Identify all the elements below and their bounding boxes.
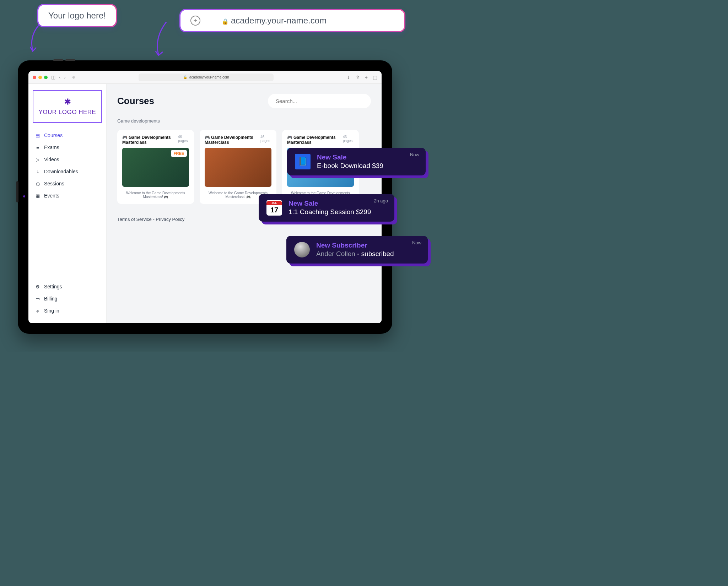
avatar-icon [294, 242, 310, 257]
sidebar-item-events[interactable]: ▦ Events [33, 190, 102, 202]
events-icon: ▦ [35, 193, 41, 199]
game-icon: 🎮 [287, 135, 292, 140]
new-tab-icon[interactable]: + [365, 75, 368, 80]
card-description: Welcome to the Game Developments Masterc… [122, 191, 189, 199]
minimize-window-icon[interactable] [38, 76, 42, 79]
lock-icon: 🔒 [222, 18, 229, 25]
notification-title: New Subscriber [316, 242, 420, 249]
url-bar[interactable]: ⊕ 🔒 academy.your-name.com [139, 74, 274, 81]
sidebar-item-billing[interactable]: ▭ Billing [33, 293, 102, 305]
sidebar-item-exams[interactable]: ≡ Exams [33, 141, 102, 153]
notification-sale-ebook[interactable]: 📘 New Sale E-book Download $39 Now [287, 148, 426, 175]
notification-time: Now [410, 152, 419, 157]
notification-text: Ander Collen - subscribed [316, 250, 420, 258]
plus-circle-icon: + [190, 16, 200, 26]
sidebar-bottom-nav: ⚙ Settings ▭ Billing ⎆ Sing in [33, 281, 102, 317]
courses-icon: ▤ [35, 133, 41, 138]
signin-icon: ⎆ [35, 308, 41, 314]
traffic-lights [33, 76, 48, 79]
annotation-url-value: academy.your-name.com [231, 16, 327, 25]
annotation-url-text: 🔒academy.your-name.com [222, 16, 327, 26]
videos-icon: ▷ [35, 157, 41, 162]
back-icon[interactable]: ‹ [59, 75, 60, 80]
download-icon: ⤓ [35, 169, 41, 174]
sidebar-item-downloadables[interactable]: ⤓ Downloadables [33, 166, 102, 178]
page-title: Courses [117, 96, 154, 107]
forward-icon[interactable]: › [64, 75, 65, 80]
sidebar-toggle-icon[interactable]: ◫ [51, 75, 55, 80]
card-title-text: Game Developments Masterclass [122, 135, 171, 145]
logo-placeholder: ✱ YOUR LOGO HERE [33, 90, 102, 123]
sidebar-item-label: Sessions [44, 181, 64, 186]
notification-title: New Sale [317, 153, 418, 161]
sidebar-nav: ▤ Courses ≡ Exams ▷ Videos ⤓ Downloadabl… [33, 129, 102, 202]
url-text: academy.your-name.com [189, 75, 229, 79]
sidebar-item-settings[interactable]: ⚙ Settings [33, 281, 102, 293]
card-pages: 46 pages [343, 135, 354, 143]
calendar-day: 17 [270, 205, 278, 215]
browser-chrome: ◫ ‹ › ⊕ 🔒 academy.your-name.com ⤓ ⇪ + ◱ [28, 71, 382, 84]
notification-sale-coaching[interactable]: JUL 17 New Sale 1:1 Coaching Session $29… [259, 194, 394, 222]
notification-text: E-book Download $39 [317, 162, 418, 170]
sidebar-item-courses[interactable]: ▤ Courses [33, 129, 102, 141]
calendar-icon: JUL 17 [266, 200, 282, 216]
tablet-button-icon [53, 59, 63, 61]
sidebar-item-label: Downloadables [44, 169, 78, 174]
card-pages: 46 pages [178, 135, 189, 143]
gear-icon: ⚙ [35, 284, 41, 289]
annotation-logo-hint: Your logo here! [38, 5, 116, 26]
card-title-text: Game Developments Masterclass [287, 135, 336, 145]
course-card[interactable]: 🎮Game Developments Masterclass 46 pages … [117, 130, 194, 204]
sidebar-item-label: Events [44, 193, 59, 199]
subscriber-action: - subscribed [355, 250, 394, 257]
course-card[interactable]: 🎮Game Developments Masterclass 46 pages … [200, 130, 276, 204]
notification-time: Now [412, 240, 421, 245]
sidebar-item-label: Settings [44, 284, 62, 289]
chrome-right-controls: ⤓ ⇪ + ◱ [346, 75, 377, 80]
arrow-icon [149, 20, 171, 60]
course-thumbnail [205, 148, 271, 187]
annotation-logo-text: Your logo here! [48, 11, 106, 20]
arrow-icon [25, 22, 43, 55]
sidebar-item-sessions[interactable]: ◷ Sessions [33, 178, 102, 190]
exams-icon: ≡ [35, 145, 41, 150]
sidebar-item-signin[interactable]: ⎆ Sing in [33, 305, 102, 317]
tabs-icon[interactable]: ◱ [373, 75, 377, 80]
card-title-text: Game Developments Masterclass [205, 135, 253, 145]
card-title: 🎮Game Developments Masterclass [122, 135, 178, 145]
search-input[interactable] [268, 94, 371, 108]
sidebar-item-label: Sing in [44, 308, 59, 314]
share-icon[interactable]: ⇪ [356, 75, 360, 80]
sidebar-item-label: Videos [44, 157, 59, 162]
logo-text: YOUR LOGO HERE [37, 109, 98, 116]
sessions-icon: ◷ [35, 181, 41, 186]
new-tab-icon[interactable]: ⊕ [72, 75, 75, 79]
sidebar-item-label: Billing [44, 296, 57, 302]
sidebar-item-label: Exams [44, 145, 59, 150]
sidebar-item-videos[interactable]: ▷ Videos [33, 153, 102, 166]
tablet-button-icon [65, 59, 75, 61]
card-title: 🎮Game Developments Masterclass [287, 135, 343, 145]
logo-star-icon: ✱ [37, 97, 98, 107]
card-pages: 46 pages [260, 135, 271, 143]
billing-icon: ▭ [35, 296, 41, 302]
tablet-side-button-icon [16, 181, 18, 202]
notification-time: 2h ago [374, 198, 388, 204]
maximize-window-icon[interactable] [44, 76, 48, 79]
book-icon: 📘 [295, 154, 311, 169]
course-thumbnail: FREE [122, 148, 189, 187]
calendar-month: JUL [266, 201, 282, 205]
main-header: Courses [117, 94, 371, 108]
notification-subscriber[interactable]: New Subscriber Ander Collen - subscribed… [286, 236, 428, 264]
close-window-icon[interactable] [33, 76, 36, 79]
subscriber-name: Ander Collen [316, 250, 355, 257]
download-icon[interactable]: ⤓ [346, 75, 351, 80]
notification-text: 1:1 Coaching Session $299 [288, 208, 387, 216]
tablet-led-icon [23, 195, 25, 197]
notification-title: New Sale [288, 200, 387, 207]
lock-icon: 🔒 [183, 75, 187, 79]
sidebar: ✱ YOUR LOGO HERE ▤ Courses ≡ Exams ▷ Vid… [28, 84, 107, 323]
sidebar-item-label: Courses [44, 132, 63, 138]
free-badge: FREE [171, 150, 187, 157]
game-icon: 🎮 [122, 135, 128, 140]
